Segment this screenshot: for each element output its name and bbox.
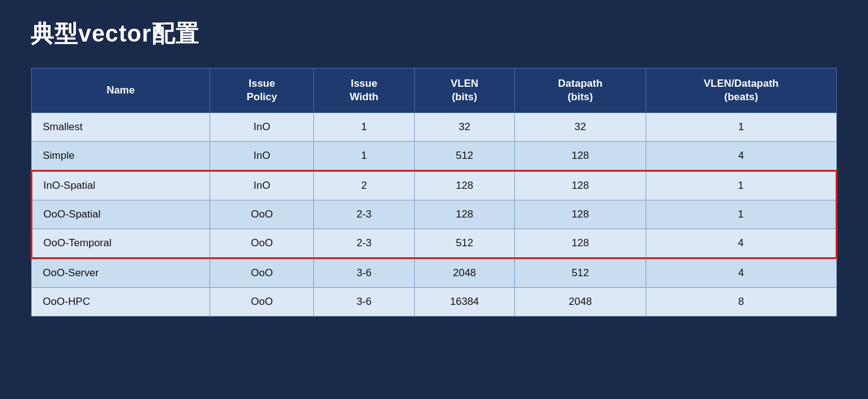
cell-0-4: 32 (515, 113, 646, 142)
cell-3-3: 128 (414, 200, 515, 229)
cell-4-3: 512 (414, 229, 515, 258)
cell-6-1: OoO (210, 288, 314, 317)
cell-4-2: 2-3 (314, 229, 414, 258)
cell-5-3: 2048 (414, 258, 515, 288)
cell-2-4: 128 (515, 171, 646, 200)
cell-0-2: 1 (314, 113, 414, 142)
cell-2-1: InO (210, 171, 314, 200)
cell-0-3: 32 (414, 113, 515, 142)
cell-6-4: 2048 (515, 288, 646, 317)
cell-0-0: Smallest (32, 113, 210, 142)
col-header-5: VLEN/Datapath(beats) (646, 68, 836, 113)
cell-4-5: 4 (646, 229, 836, 258)
cell-0-5: 1 (646, 113, 836, 142)
col-header-4: Datapath(bits) (515, 68, 646, 113)
cell-1-2: 1 (314, 142, 414, 171)
vector-config-table: NameIssuePolicyIssueWidthVLEN(bits)Datap… (31, 68, 837, 317)
cell-3-4: 128 (515, 200, 646, 229)
cell-5-2: 3-6 (314, 258, 414, 288)
cell-5-5: 4 (646, 258, 836, 288)
cell-5-0: OoO-Server (32, 258, 210, 288)
cell-4-1: OoO (210, 229, 314, 258)
table-row: OoO-HPCOoO3-61638420488 (32, 288, 837, 317)
cell-6-2: 3-6 (314, 288, 414, 317)
cell-1-3: 512 (414, 142, 515, 171)
cell-4-0: OoO-Temporal (32, 229, 210, 258)
cell-0-1: InO (210, 113, 314, 142)
table-row: OoO-SpatialOoO2-31281281 (32, 200, 837, 229)
col-header-2: IssueWidth (314, 68, 414, 113)
cell-2-0: InO-Spatial (32, 171, 210, 200)
table-row: SmallestInO132321 (32, 113, 837, 142)
cell-1-1: InO (210, 142, 314, 171)
cell-3-0: OoO-Spatial (32, 200, 210, 229)
table-row: InO-SpatialInO21281281 (32, 171, 837, 200)
cell-2-2: 2 (314, 171, 414, 200)
col-header-1: IssuePolicy (210, 68, 314, 113)
cell-3-1: OoO (210, 200, 314, 229)
table-body: SmallestInO132321SimpleInO15121284InO-Sp… (32, 113, 837, 317)
cell-1-5: 4 (646, 142, 836, 171)
cell-1-0: Simple (32, 142, 210, 171)
cell-3-2: 2-3 (314, 200, 414, 229)
cell-6-0: OoO-HPC (32, 288, 210, 317)
cell-6-3: 16384 (414, 288, 515, 317)
table-row: OoO-ServerOoO3-620485124 (32, 258, 837, 288)
table-row: OoO-TemporalOoO2-35121284 (32, 229, 837, 258)
cell-5-4: 512 (515, 258, 646, 288)
page-title: 典型vector配置 (31, 18, 199, 49)
col-header-0: Name (32, 68, 210, 113)
cell-2-5: 1 (646, 171, 836, 200)
cell-1-4: 128 (515, 142, 646, 171)
table-row: SimpleInO15121284 (32, 142, 837, 171)
table-header-row: NameIssuePolicyIssueWidthVLEN(bits)Datap… (32, 68, 837, 113)
cell-2-3: 128 (414, 171, 515, 200)
cell-3-5: 1 (646, 200, 836, 229)
cell-4-4: 128 (515, 229, 646, 258)
cell-5-1: OoO (210, 258, 314, 288)
cell-6-5: 8 (646, 288, 836, 317)
col-header-3: VLEN(bits) (414, 68, 515, 113)
